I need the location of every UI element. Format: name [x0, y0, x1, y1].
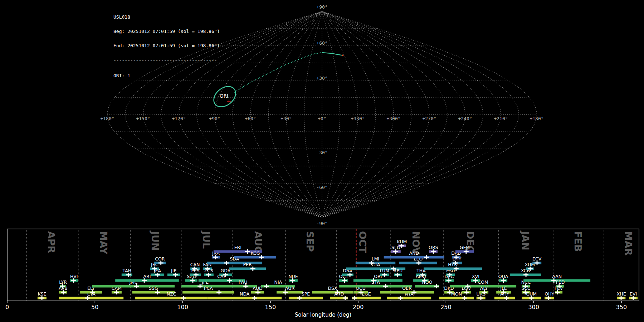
month-label-MAY: MAY: [98, 231, 109, 254]
radiant-cross-marker: [227, 99, 231, 103]
map-meridian--180: [322, 11, 537, 218]
map-lon-label-10: +240°: [458, 116, 472, 121]
month-label-JAN: JAN: [520, 230, 531, 250]
map-lat-label-3: -30°: [316, 150, 327, 155]
shower-bar-NDA: [208, 297, 282, 299]
shower-peak-STA: [383, 284, 388, 288]
map-lon-label-3: +90°: [209, 116, 220, 121]
shower-label-SPE: SPE: [302, 291, 310, 297]
shower-label-KUM: KUM: [397, 239, 407, 244]
x-tick-label-350: 350: [616, 304, 627, 311]
x-tick-label-250: 250: [440, 304, 452, 311]
map-lat-label-1: +60°: [316, 40, 327, 46]
shower-peak-CAP: [227, 278, 232, 283]
map-lon-label-2: +120°: [172, 116, 186, 121]
shower-bar-MON: [439, 297, 474, 299]
shower-bar-DSX: [312, 291, 353, 294]
activity-timeline-chart: APRMAYJUNJULAUGSEPOCTNOVDECJANFEBMARKSEA…: [5, 229, 639, 318]
shower-label-GEM: GEM: [460, 245, 470, 250]
shower-label-HYD: HYD: [448, 262, 458, 267]
shower-bar-HYD: [424, 268, 482, 270]
shower-label-KCG: KCG: [250, 250, 260, 256]
map-lon-label-7: +330°: [351, 116, 365, 121]
map-lat-label-4: -60°: [316, 185, 327, 190]
shower-peak-MON: [462, 296, 467, 300]
shower-bar-ARI: [115, 279, 179, 282]
radiant-label-ORI: ORI: [220, 93, 228, 99]
shower-label-NIA: NIA: [274, 279, 282, 285]
x-tick-label-50: 50: [91, 304, 98, 311]
shower-label-COR: COR: [155, 256, 165, 262]
shower-label-JIP: JIP: [171, 268, 176, 273]
shower-label-RPU: RPU: [394, 268, 402, 273]
map-meridian--75: [322, 11, 411, 218]
map-lon-label-5: +30°: [280, 116, 292, 121]
shower-label-ZCS: ZCS: [204, 268, 213, 273]
map-lon-label-11: +210°: [494, 116, 508, 121]
month-label-JUN: JUN: [150, 230, 161, 251]
shower-label-CAP: CAP: [217, 274, 226, 279]
shower-label-LUM: LUM: [380, 268, 389, 273]
month-label-JUL: JUL: [201, 230, 212, 249]
info-header: USL018 Beg: 20251012 07:01:59 (sol = 198…: [113, 5, 220, 88]
shower-count-line: ORI: 1: [113, 73, 220, 78]
shower-label-PPS: PPS: [191, 268, 200, 273]
shower-label-LMI: LMI: [372, 256, 379, 262]
shower-label-ARD: ARD: [334, 291, 344, 297]
shower-bar-SDA: [207, 262, 262, 264]
shower-bar-AND: [384, 256, 444, 259]
shower-label-PAU: PAU: [239, 279, 247, 285]
shower-label-JEA: JEA: [153, 268, 161, 273]
shower-label-OHY: OHY: [545, 291, 554, 297]
shower-label-FED: FED: [556, 279, 565, 285]
meteor-shower-plot: +180°+150°+120°+90°+60°+30°+0°+330°+300°…: [0, 0, 644, 322]
map-lon-label-12: +180°: [530, 116, 543, 121]
shower-label-QUA: QUA: [498, 274, 508, 279]
shower-label-SCC: SCC: [521, 286, 531, 291]
map-lon-label-1: +150°: [136, 116, 150, 121]
map-lon-label-9: +270°: [422, 116, 436, 121]
shower-label-NZC: NZC: [167, 291, 176, 297]
shower-bar-ETA: [59, 297, 123, 299]
shower-bar-PER: [229, 268, 266, 270]
map-lat-label-0: +90°: [316, 4, 327, 10]
map-lat-label-5: -90°: [316, 221, 327, 226]
shower-label-AND: AND: [409, 250, 419, 256]
shower-label-AHY: AHY: [500, 291, 509, 297]
shower-bar-SPE: [289, 297, 323, 299]
shower-label-AUD: AUD: [253, 286, 262, 291]
x-tick-label-100: 100: [177, 304, 188, 311]
shower-label-ORS: ORS: [429, 245, 438, 250]
shower-bar-STA: [339, 285, 412, 288]
map-lon-label-6: +0°: [318, 116, 326, 121]
shower-bar-NTA: [387, 297, 431, 299]
shower-label-AAN: AAN: [552, 274, 562, 279]
shower-label-OER: OER: [402, 286, 412, 291]
shower-bar-CAP: [199, 279, 245, 282]
shower-label-NOO: NOO: [422, 279, 432, 285]
shower-bar-PCA: [182, 291, 234, 294]
shower-label-XVI: XVI: [472, 274, 479, 279]
month-label-SEP: SEP: [304, 231, 316, 252]
shower-label-NDA: NDA: [240, 291, 250, 297]
month-label-OCT: OCT: [357, 231, 368, 253]
shower-peak-NDA: [252, 296, 257, 300]
shower-label-EVI: EVI: [630, 291, 637, 297]
x-tick-label-300: 300: [528, 304, 539, 311]
shower-label-AUR: AUR: [285, 286, 295, 291]
shower-label-CAN: CAN: [190, 262, 200, 267]
month-label-FEB: FEB: [572, 231, 584, 252]
shower-label-LYR: LYR: [59, 279, 67, 285]
begin-time-line: Beg: 20251012 07:01:59 (sol = 198.86°): [113, 29, 220, 34]
plot-canvas: +180°+150°+120°+90°+60°+30°+0°+330°+300°…: [0, 0, 644, 322]
map-lon-label-8: +300°: [386, 116, 400, 121]
shower-label-ALY: ALY: [480, 286, 488, 291]
shower-bar-AUR: [277, 291, 303, 294]
shower-label-ARI: ARI: [143, 274, 151, 279]
shower-label-TAH: TAH: [122, 268, 131, 273]
shower-label-XHE: XHE: [617, 291, 626, 297]
map-lon-label-0: +180°: [100, 116, 114, 121]
shower-label-CTA: CTA: [371, 262, 380, 267]
shower-peak-EGE: [352, 296, 357, 300]
shower-label-ERI: ERI: [234, 245, 241, 250]
